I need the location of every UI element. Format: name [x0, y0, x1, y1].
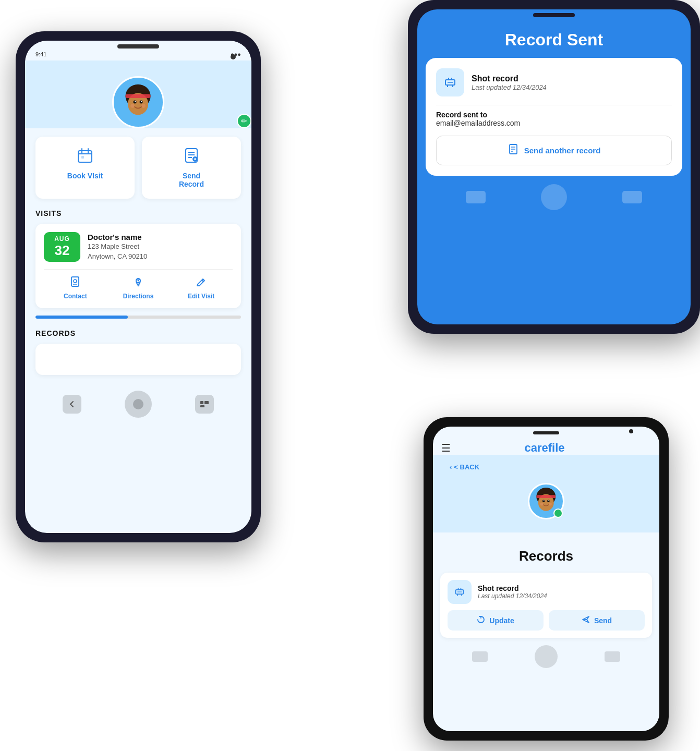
phone1-shell: 9:41 ●●●	[16, 31, 261, 542]
svg-rect-48	[537, 495, 556, 498]
phone3-menu-btn[interactable]	[605, 651, 620, 662]
phone3-camera	[629, 429, 633, 433]
phone3-record-updated: Last updated 12/34/2024	[478, 592, 547, 600]
back-link[interactable]: ‹ < BACK	[441, 459, 651, 475]
svg-point-5	[141, 101, 142, 102]
send-label: Send	[594, 616, 612, 625]
svg-point-50	[549, 503, 552, 506]
card-divider	[436, 105, 672, 105]
calendar-icon	[77, 147, 93, 167]
send-record-label: SendRecord	[179, 172, 204, 188]
send-record-svg	[183, 147, 200, 164]
send-another-button[interactable]: Send another record	[436, 136, 672, 165]
shot-record-title: Shot record	[472, 74, 547, 83]
shot-record-text: Shot record Last updated 12/34/2024	[472, 74, 547, 91]
pencil-icon: ✏	[241, 117, 247, 125]
visit-actions-row: Contact Directions	[44, 269, 233, 300]
phone3-avatar	[528, 483, 564, 519]
visit-date-box: AUG 32	[44, 232, 80, 262]
menu-icon	[200, 401, 209, 407]
action-buttons: Book VIsit	[35, 137, 241, 199]
phone3-record-text: Shot record Last updated 12/34/2024	[478, 584, 547, 600]
phone3-record-card: Shot record Last updated 12/34/2024 Upda…	[440, 573, 652, 638]
record-sent-title: Record Sent	[417, 18, 691, 50]
send-another-icon	[508, 143, 519, 158]
hamburger-icon[interactable]: ☰	[441, 442, 451, 454]
send-record-icon	[183, 147, 200, 167]
shot-record-icon	[441, 74, 459, 91]
svg-rect-28	[200, 401, 203, 404]
send-svg	[582, 615, 590, 624]
svg-point-22	[74, 280, 77, 283]
visit-top-row: AUG 32 Doctor's name 123 Maple Street An…	[44, 232, 233, 262]
svg-point-46	[544, 501, 545, 502]
phone3-back-btn[interactable]	[472, 651, 488, 662]
directions-svg	[132, 276, 144, 287]
back-label: < BACK	[454, 463, 479, 471]
calendar-svg	[77, 147, 93, 164]
records-page-title: Records	[433, 532, 659, 573]
contact-button[interactable]: Contact	[44, 276, 107, 300]
phone1-home-button[interactable]	[125, 391, 152, 418]
directions-label: Directions	[123, 293, 154, 300]
phone1-container: 9:41 ●●●	[16, 31, 261, 542]
phone1-menu-button[interactable]	[195, 395, 214, 414]
phone1-avatar	[112, 76, 164, 128]
avatar-face	[118, 82, 158, 122]
book-visit-button[interactable]: Book VIsit	[35, 137, 135, 199]
phone2-menu-btn[interactable]	[622, 191, 642, 203]
update-button[interactable]: Update	[448, 610, 544, 631]
phone2-bottom-nav	[417, 176, 691, 214]
send-icon	[582, 615, 590, 625]
phone3-record-title: Shot record	[478, 584, 547, 592]
svg-point-4	[135, 101, 136, 102]
phone1-top-bar	[25, 41, 251, 48]
back-chevron: ‹	[450, 463, 452, 471]
svg-point-7	[131, 104, 135, 108]
phone1-main-content: Book VIsit	[25, 128, 251, 383]
back-arrow-icon	[68, 400, 76, 408]
visit-day: 32	[47, 243, 77, 259]
phone1-edit-badge[interactable]: ✏	[237, 114, 251, 128]
shot-record-row: Shot record Last updated 12/34/2024	[436, 68, 672, 96]
phone1-camera	[231, 54, 236, 59]
svg-point-47	[548, 501, 549, 502]
svg-point-25	[138, 280, 139, 282]
phone3-home-btn[interactable]	[535, 645, 558, 668]
send-record-button[interactable]: SendRecord	[142, 137, 241, 199]
edit-visit-label: Edit Visit	[188, 293, 214, 300]
progress-bar	[35, 316, 241, 319]
phone2-shell: Record Sent	[408, 0, 700, 334]
phone3-shell: ☰ carefile ‹ < BACK	[424, 417, 669, 741]
doctor-name: Doctor's name	[88, 233, 147, 241]
edit-visit-button[interactable]: Edit Visit	[170, 276, 233, 300]
phone2-home-btn[interactable]	[541, 184, 567, 210]
phone3-back-avatar-section: ‹ < BACK	[433, 455, 659, 532]
directions-icon	[132, 276, 144, 290]
record-sent-to-section: Record sent to email@emailaddress.com	[436, 111, 672, 127]
phone1-bottom-bar	[25, 383, 251, 425]
phone3-avatar-wrapper	[441, 475, 651, 512]
edit-svg	[196, 276, 207, 287]
contact-label: Contact	[64, 293, 87, 300]
visits-section-title: VISITS	[35, 209, 241, 217]
phone3-record-row: Shot record Last updated 12/34/2024	[448, 580, 645, 604]
directions-button[interactable]: Directions	[107, 276, 170, 300]
phone2-screen: Record Sent	[417, 9, 691, 324]
phone3-speaker	[533, 431, 559, 434]
carefile-logo: carefile	[456, 441, 633, 455]
phone1-avatar-section: ✏	[25, 60, 251, 128]
records-section-title: RECORDS	[35, 329, 241, 337]
phone1-screen: 9:41 ●●●	[25, 41, 251, 533]
svg-rect-9	[78, 151, 92, 162]
address-line1: 123 Maple Street	[88, 241, 147, 252]
send-button[interactable]: Send	[549, 610, 645, 631]
visit-info: Doctor's name 123 Maple Street Anytown, …	[88, 233, 147, 262]
phone3-top-bar	[433, 427, 659, 436]
phone2-back-btn[interactable]	[466, 191, 486, 203]
phone1-back-button[interactable]	[63, 395, 81, 414]
svg-point-49	[540, 503, 544, 506]
svg-rect-13	[81, 156, 84, 159]
phone1-status-bar: 9:41 ●●●	[25, 48, 251, 60]
update-svg	[477, 615, 485, 624]
